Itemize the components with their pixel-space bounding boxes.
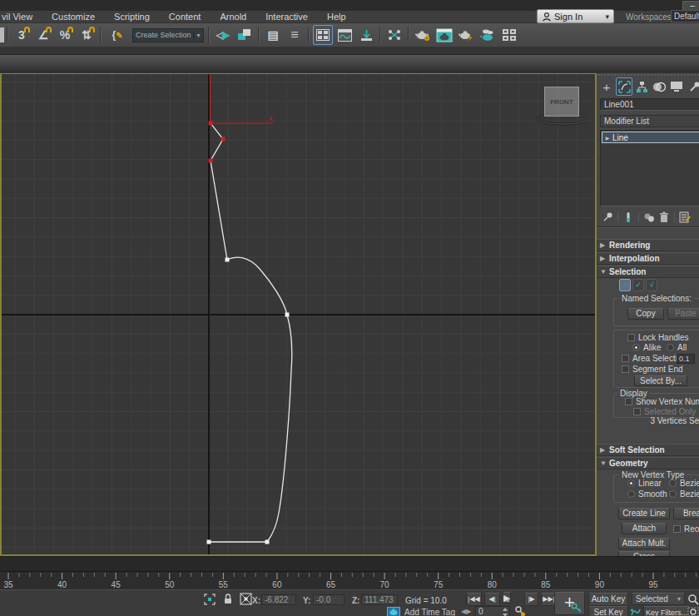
- viewcube[interactable]: FRONT: [543, 85, 592, 127]
- modifier-stack[interactable]: ▶ Line: [600, 130, 699, 206]
- paste-button[interactable]: Paste: [667, 308, 699, 320]
- current-frame-field[interactable]: 0: [475, 606, 510, 616]
- rollout-interpolation[interactable]: ▶ Interpolation: [597, 252, 699, 265]
- add-time-tag-label[interactable]: Add Time Tag: [404, 608, 455, 616]
- set-key-button[interactable]: Set Key: [588, 606, 628, 616]
- angle-snap-icon[interactable]: ∠: [33, 25, 53, 45]
- lock-handles-checkbox[interactable]: [627, 334, 635, 341]
- area-selection-value[interactable]: 0.1: [677, 354, 695, 364]
- linear-radio[interactable]: [627, 479, 635, 487]
- render-presets-grid-icon[interactable]: [499, 25, 519, 45]
- key-filters-button[interactable]: Key Filters...: [643, 606, 690, 616]
- menu-item[interactable]: Scripting: [106, 11, 161, 23]
- go-to-start-button[interactable]: |◀◀: [466, 593, 482, 606]
- edit-named-selection-sets-icon[interactable]: {✎: [105, 25, 130, 45]
- copy-button[interactable]: Copy: [627, 308, 664, 320]
- menu-item[interactable]: Interactive: [257, 11, 319, 23]
- tab-display[interactable]: [668, 77, 685, 96]
- spline-vertex-selected[interactable]: [209, 122, 213, 126]
- spline-vertex[interactable]: [265, 540, 270, 544]
- selection-set-filter-dropdown[interactable]: Selected ▾: [632, 593, 685, 605]
- layer-explorer-icon[interactable]: ≡: [285, 25, 305, 45]
- tab-utilities[interactable]: [686, 77, 699, 96]
- sign-in-button[interactable]: Sign In ▾: [537, 9, 614, 23]
- selected-only-checkbox[interactable]: [633, 408, 641, 415]
- make-unique-icon[interactable]: [642, 211, 657, 224]
- all-radio[interactable]: [667, 344, 674, 351]
- show-end-result-icon[interactable]: [621, 211, 636, 224]
- remove-modifier-icon[interactable]: [657, 211, 672, 224]
- clipped-icon[interactable]: [0, 27, 4, 42]
- spline-vertex[interactable]: [226, 258, 230, 262]
- menu-item[interactable]: Content: [161, 11, 212, 23]
- schematic-view-icon[interactable]: [356, 25, 376, 45]
- spline-curve[interactable]: [209, 123, 292, 542]
- spline-vertex-selected[interactable]: [221, 137, 226, 142]
- tab-motion[interactable]: [651, 77, 667, 96]
- expand-arrow-icon[interactable]: ▶: [602, 135, 612, 141]
- reorient-checkbox[interactable]: [673, 525, 681, 533]
- object-name-field[interactable]: Line001: [600, 98, 699, 111]
- set-keys-button[interactable]: +: [554, 592, 585, 615]
- create-line-button[interactable]: Create Line: [618, 508, 670, 519]
- menu-item[interactable]: Help: [319, 11, 357, 23]
- add-time-tag-icon[interactable]: [387, 607, 400, 616]
- tab-hierarchy[interactable]: [633, 77, 650, 96]
- stack-item-line[interactable]: ▶ Line: [602, 132, 699, 143]
- align-icon[interactable]: [235, 25, 255, 45]
- menu-item[interactable]: Customize: [43, 11, 106, 23]
- spline-vertex[interactable]: [285, 313, 290, 317]
- key-mode-toggle-icon[interactable]: [514, 606, 526, 616]
- curve-editor-icon[interactable]: [335, 25, 354, 45]
- rollout-geometry[interactable]: ▼ Geometry: [597, 457, 699, 469]
- snaps-toggle-icon[interactable]: 3: [12, 25, 32, 45]
- key-nudge-icon[interactable]: ◀▶: [461, 608, 471, 615]
- modifier-list-dropdown[interactable]: Modifier List: [600, 115, 699, 127]
- mirror-icon[interactable]: ◁▶: [213, 25, 233, 45]
- select-by-button[interactable]: Select By...: [634, 375, 687, 386]
- y-coordinate-field[interactable]: -0.0: [313, 594, 345, 605]
- spinner-snap-icon[interactable]: ⇅: [77, 25, 97, 45]
- viewcube-front-face[interactable]: FRONT: [544, 87, 579, 117]
- viewport-canvas[interactable]: x: [2, 74, 595, 554]
- material-editor-icon[interactable]: [384, 25, 404, 45]
- spline-mode-button[interactable]: √: [646, 279, 657, 291]
- key-pose-icon[interactable]: [630, 607, 642, 616]
- configure-modifier-sets-icon[interactable]: [677, 211, 692, 224]
- named-selection-set-dropdown[interactable]: Create Selection Se ▾: [132, 28, 204, 42]
- render-production-icon[interactable]: [456, 25, 476, 45]
- track-bar[interactable]: 35404550556065707580859095: [0, 571, 699, 589]
- zoom-tool-icon[interactable]: [687, 594, 699, 607]
- segment-end-checkbox[interactable]: [622, 365, 629, 373]
- bezier-radio[interactable]: [669, 479, 677, 487]
- alike-radio[interactable]: [632, 344, 640, 351]
- selection-lock-icon[interactable]: [223, 593, 233, 607]
- menu-item[interactable]: vil View: [0, 11, 43, 23]
- smooth-radio[interactable]: [627, 490, 635, 498]
- zoom-region-icon[interactable]: [687, 607, 699, 616]
- spline-vertex-selected[interactable]: [209, 159, 213, 163]
- play-button[interactable]: ▶: [503, 592, 511, 604]
- rendered-frame-window-icon[interactable]: [434, 25, 454, 45]
- next-frame-button[interactable]: |▶: [524, 593, 538, 606]
- show-vertex-numbers-checkbox[interactable]: [625, 398, 632, 405]
- spline-vertex[interactable]: [207, 540, 211, 544]
- segment-mode-button[interactable]: ✓: [632, 279, 644, 291]
- rollout-rendering[interactable]: ▶ Rendering: [597, 239, 699, 251]
- time-slider-zone[interactable]: [0, 556, 699, 571]
- frame-spinner[interactable]: [501, 608, 508, 616]
- area-selection-checkbox[interactable]: [622, 355, 629, 362]
- selection-lock-region-icon[interactable]: [204, 594, 216, 607]
- absolute-offset-toggle-icon[interactable]: [240, 593, 252, 607]
- menu-item[interactable]: Arnold: [211, 11, 257, 23]
- rollout-selection[interactable]: ▼ Selection: [597, 266, 699, 278]
- percent-snap-icon[interactable]: %: [55, 25, 75, 45]
- scene-explorer-icon[interactable]: ▤: [263, 25, 283, 45]
- workspace-select[interactable]: Default: [671, 10, 699, 22]
- viewport-front[interactable]: x FRONT: [0, 73, 597, 556]
- auto-key-button[interactable]: Auto Key: [588, 593, 628, 606]
- vertex-mode-button[interactable]: ∴: [619, 279, 631, 291]
- pin-stack-icon[interactable]: [600, 211, 615, 224]
- render-setup-icon[interactable]: [413, 25, 433, 45]
- tab-modify[interactable]: [616, 77, 632, 96]
